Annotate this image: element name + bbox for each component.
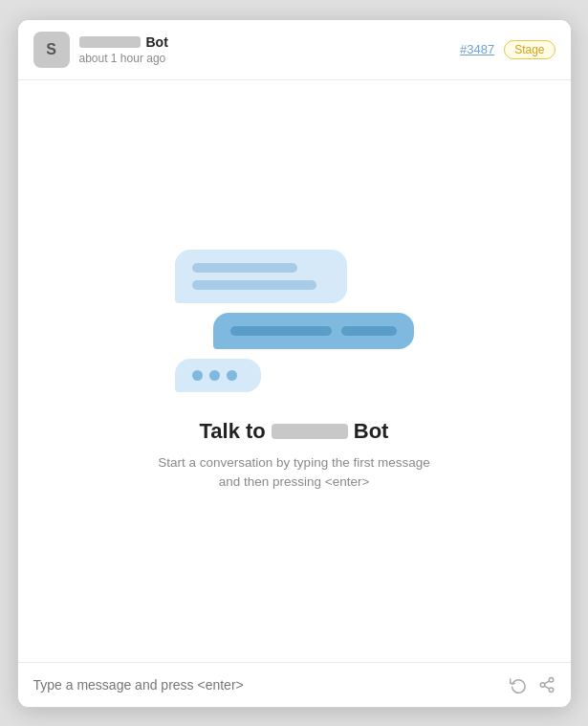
bot-label: Bot [146, 34, 168, 50]
chat-window: S Bot about 1 hour ago #3487 Stage [17, 19, 572, 708]
typing-dot-1 [192, 370, 203, 381]
empty-state-subtitle: Start a conversation by typing the first… [158, 453, 429, 493]
illustration-bubble-2 [213, 313, 414, 349]
message-input[interactable] [33, 677, 510, 693]
title-suffix: Bot [354, 419, 389, 444]
header-right: #3487 Stage [460, 40, 555, 59]
chat-area: Talk to Bot Start a conversation by typi… [18, 80, 571, 662]
subtitle-line2: and then pressing <enter> [219, 474, 370, 489]
subtitle-line1: Start a conversation by typing the first… [158, 455, 429, 470]
typing-dot-2 [209, 370, 220, 381]
refresh-icon[interactable] [510, 676, 527, 693]
share-icon[interactable] [538, 676, 555, 693]
stage-badge[interactable]: Stage [504, 40, 555, 59]
bubble1-line2 [192, 280, 316, 290]
ticket-link[interactable]: #3487 [460, 42, 494, 56]
header-name-row: Bot [79, 34, 460, 50]
typing-dot-3 [227, 370, 237, 381]
name-redacted-block [79, 36, 141, 48]
illustration-bubble-1 [175, 250, 347, 303]
svg-point-0 [549, 677, 554, 682]
chat-footer [18, 662, 571, 707]
svg-line-4 [544, 680, 549, 683]
avatar: S [33, 32, 70, 68]
header-info: Bot about 1 hour ago [79, 34, 460, 65]
empty-state-title: Talk to Bot [200, 419, 389, 444]
svg-line-3 [544, 686, 549, 689]
bubble1-line1 [192, 263, 297, 273]
title-prefix: Talk to [200, 419, 266, 444]
bubble2-line1 [230, 326, 332, 336]
refresh-svg [510, 676, 527, 693]
title-redacted-block [272, 424, 348, 439]
svg-point-1 [540, 682, 545, 687]
footer-icons [510, 676, 555, 693]
chat-illustration [175, 250, 414, 392]
illustration-bubble-typing [175, 359, 261, 392]
header-time: about 1 hour ago [79, 52, 460, 65]
share-svg [538, 676, 555, 693]
chat-header: S Bot about 1 hour ago #3487 Stage [18, 20, 571, 80]
bubble2-line2 [341, 326, 397, 336]
svg-point-2 [549, 688, 554, 693]
